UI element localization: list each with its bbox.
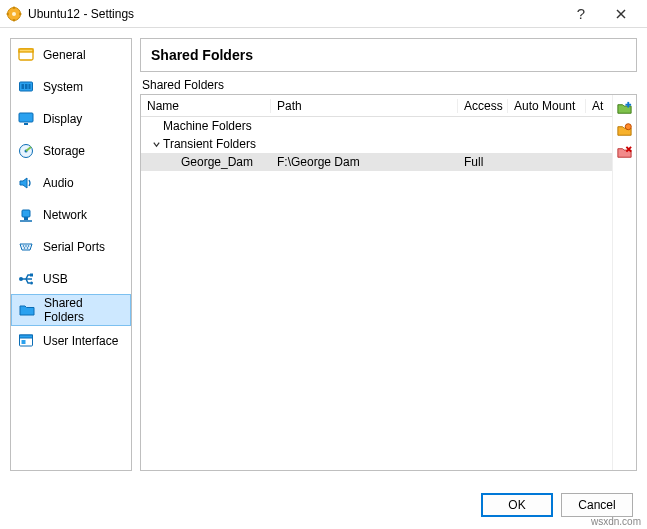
svg-rect-9 bbox=[19, 49, 33, 52]
col-access[interactable]: Access bbox=[458, 99, 508, 113]
general-icon bbox=[17, 46, 35, 64]
svg-point-23 bbox=[28, 245, 30, 247]
sidebar-item-label: Network bbox=[43, 208, 87, 222]
svg-rect-11 bbox=[22, 84, 25, 89]
shared-folders-table: Name Path Access Auto Mount At Machine F… bbox=[141, 95, 612, 470]
titlebar: Ubuntu12 - Settings ? bbox=[0, 0, 647, 28]
col-at[interactable]: At bbox=[586, 99, 612, 113]
sidebar-item-label: System bbox=[43, 80, 83, 94]
shared-folders-icon bbox=[18, 301, 36, 319]
cell-access: Full bbox=[458, 155, 508, 169]
audio-icon bbox=[17, 174, 35, 192]
cancel-button[interactable]: Cancel bbox=[561, 493, 633, 517]
group-label: Transient Folders bbox=[163, 137, 256, 151]
dialog-footer: OK Cancel bbox=[0, 481, 647, 529]
group-machine-folders[interactable]: Machine Folders bbox=[141, 117, 612, 135]
svg-point-35 bbox=[625, 123, 631, 129]
col-automount[interactable]: Auto Mount bbox=[508, 99, 586, 113]
svg-point-24 bbox=[24, 247, 26, 249]
close-button[interactable] bbox=[601, 0, 641, 28]
remove-share-button[interactable] bbox=[616, 143, 634, 161]
svg-rect-32 bbox=[22, 340, 26, 344]
svg-point-1 bbox=[12, 12, 16, 16]
sidebar-item-storage[interactable]: Storage bbox=[11, 135, 131, 167]
sidebar-item-network[interactable]: Network bbox=[11, 199, 131, 231]
network-icon bbox=[17, 206, 35, 224]
window-title: Ubuntu12 - Settings bbox=[28, 7, 134, 21]
svg-rect-12 bbox=[25, 84, 28, 89]
svg-rect-18 bbox=[22, 210, 30, 217]
sidebar-item-label: USB bbox=[43, 272, 68, 286]
sidebar-item-label: User Interface bbox=[43, 334, 118, 348]
add-share-button[interactable] bbox=[616, 99, 634, 117]
system-icon bbox=[17, 78, 35, 96]
content: General System Display Storage Audio bbox=[0, 28, 647, 481]
edit-share-button[interactable] bbox=[616, 121, 634, 139]
section-label: Shared Folders bbox=[142, 78, 637, 92]
sidebar-item-label: Storage bbox=[43, 144, 85, 158]
group-label: Machine Folders bbox=[163, 119, 252, 133]
sidebar-item-label: Serial Ports bbox=[43, 240, 105, 254]
serial-ports-icon bbox=[17, 238, 35, 256]
main-panel: Shared Folders Shared Folders Name Path … bbox=[140, 38, 637, 471]
group-transient-folders[interactable]: Transient Folders bbox=[141, 135, 612, 153]
storage-icon bbox=[17, 142, 35, 160]
sidebar-item-serial-ports[interactable]: Serial Ports bbox=[11, 231, 131, 263]
table-row[interactable]: George_Dam F:\George Dam Full bbox=[141, 153, 612, 171]
sidebar-item-label: General bbox=[43, 48, 86, 62]
watermark: wsxdn.com bbox=[591, 516, 641, 527]
side-toolbar bbox=[612, 95, 636, 470]
sidebar-item-display[interactable]: Display bbox=[11, 103, 131, 135]
sidebar-item-general[interactable]: General bbox=[11, 39, 131, 71]
svg-rect-28 bbox=[30, 274, 33, 277]
sidebar-item-label: Display bbox=[43, 112, 82, 126]
svg-rect-19 bbox=[24, 217, 28, 220]
svg-point-22 bbox=[25, 245, 27, 247]
svg-rect-15 bbox=[24, 123, 28, 125]
page-title: Shared Folders bbox=[140, 38, 637, 72]
svg-rect-13 bbox=[29, 84, 31, 89]
ok-button[interactable]: OK bbox=[481, 493, 553, 517]
usb-icon bbox=[17, 270, 35, 288]
col-name[interactable]: Name bbox=[141, 99, 271, 113]
sidebar-item-user-interface[interactable]: User Interface bbox=[11, 325, 131, 357]
cell-path: F:\George Dam bbox=[271, 155, 458, 169]
svg-point-25 bbox=[27, 247, 29, 249]
sidebar-item-usb[interactable]: USB bbox=[11, 263, 131, 295]
cell-name: George_Dam bbox=[141, 155, 271, 169]
user-interface-icon bbox=[17, 332, 35, 350]
sidebar-item-label: Shared Folders bbox=[44, 296, 124, 324]
chevron-down-icon bbox=[149, 140, 163, 149]
help-button[interactable]: ? bbox=[561, 0, 601, 28]
app-icon bbox=[6, 6, 22, 22]
display-icon bbox=[17, 110, 35, 128]
sidebar-item-system[interactable]: System bbox=[11, 71, 131, 103]
svg-point-29 bbox=[30, 282, 33, 285]
sidebar-item-audio[interactable]: Audio bbox=[11, 167, 131, 199]
sidebar-item-label: Audio bbox=[43, 176, 74, 190]
svg-point-21 bbox=[23, 245, 25, 247]
sidebar-item-shared-folders[interactable]: Shared Folders bbox=[11, 294, 131, 326]
col-path[interactable]: Path bbox=[271, 99, 458, 113]
sidebar: General System Display Storage Audio bbox=[10, 38, 132, 471]
shared-folders-table-wrap: Name Path Access Auto Mount At Machine F… bbox=[140, 94, 637, 471]
table-header: Name Path Access Auto Mount At bbox=[141, 95, 612, 117]
svg-rect-14 bbox=[19, 113, 33, 122]
table-body: Machine Folders Transient Folders George… bbox=[141, 117, 612, 470]
svg-rect-31 bbox=[20, 335, 33, 338]
